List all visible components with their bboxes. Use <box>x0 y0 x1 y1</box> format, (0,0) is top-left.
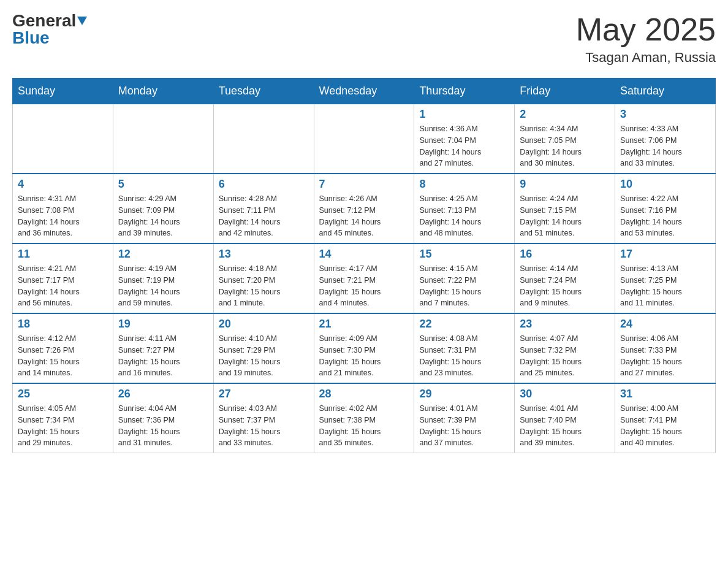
day-info: Sunrise: 4:03 AM Sunset: 7:37 PM Dayligh… <box>219 403 309 449</box>
day-info: Sunrise: 4:25 AM Sunset: 7:13 PM Dayligh… <box>419 193 509 239</box>
calendar-cell: 9Sunrise: 4:24 AM Sunset: 7:15 PM Daylig… <box>515 174 615 243</box>
column-header-thursday: Thursday <box>414 79 515 104</box>
logo-triangle-icon <box>77 17 87 25</box>
column-header-wednesday: Wednesday <box>314 79 414 104</box>
calendar-cell: 2Sunrise: 4:34 AM Sunset: 7:05 PM Daylig… <box>515 104 615 174</box>
calendar-cell <box>314 104 414 174</box>
calendar-week-row: 18Sunrise: 4:12 AM Sunset: 7:26 PM Dayli… <box>13 313 716 383</box>
day-info: Sunrise: 4:28 AM Sunset: 7:11 PM Dayligh… <box>219 193 309 239</box>
day-number: 25 <box>18 388 108 400</box>
day-number: 6 <box>219 178 309 191</box>
day-info: Sunrise: 4:36 AM Sunset: 7:04 PM Dayligh… <box>419 123 509 169</box>
day-number: 15 <box>419 248 509 261</box>
day-number: 2 <box>520 108 610 121</box>
day-number: 14 <box>319 248 409 261</box>
calendar-cell: 26Sunrise: 4:04 AM Sunset: 7:36 PM Dayli… <box>113 383 213 453</box>
calendar-cell: 7Sunrise: 4:26 AM Sunset: 7:12 PM Daylig… <box>314 174 414 243</box>
title-block: May 2025 Tsagan Aman, Russia <box>576 12 716 66</box>
day-number: 26 <box>118 388 208 400</box>
calendar-cell: 30Sunrise: 4:01 AM Sunset: 7:40 PM Dayli… <box>515 383 615 453</box>
calendar-cell: 1Sunrise: 4:36 AM Sunset: 7:04 PM Daylig… <box>414 104 515 174</box>
day-info: Sunrise: 4:14 AM Sunset: 7:24 PM Dayligh… <box>520 263 610 309</box>
column-header-monday: Monday <box>113 79 213 104</box>
calendar-header-row: SundayMondayTuesdayWednesdayThursdayFrid… <box>13 79 716 104</box>
day-info: Sunrise: 4:13 AM Sunset: 7:25 PM Dayligh… <box>620 263 710 309</box>
day-number: 12 <box>118 248 208 261</box>
calendar-cell: 27Sunrise: 4:03 AM Sunset: 7:37 PM Dayli… <box>213 383 314 453</box>
day-info: Sunrise: 4:08 AM Sunset: 7:31 PM Dayligh… <box>419 333 509 379</box>
calendar-cell: 8Sunrise: 4:25 AM Sunset: 7:13 PM Daylig… <box>414 174 515 243</box>
day-info: Sunrise: 4:06 AM Sunset: 7:33 PM Dayligh… <box>620 333 710 379</box>
day-number: 1 <box>419 108 509 121</box>
column-header-tuesday: Tuesday <box>213 79 314 104</box>
calendar-cell <box>213 104 314 174</box>
calendar-cell: 22Sunrise: 4:08 AM Sunset: 7:31 PM Dayli… <box>414 313 515 383</box>
day-info: Sunrise: 4:12 AM Sunset: 7:26 PM Dayligh… <box>18 333 108 379</box>
calendar-cell: 23Sunrise: 4:07 AM Sunset: 7:32 PM Dayli… <box>515 313 615 383</box>
day-number: 5 <box>118 178 208 191</box>
day-number: 4 <box>18 178 108 191</box>
day-info: Sunrise: 4:34 AM Sunset: 7:05 PM Dayligh… <box>520 123 610 169</box>
day-number: 29 <box>419 388 509 400</box>
location-title: Tsagan Aman, Russia <box>576 50 716 66</box>
calendar-table: SundayMondayTuesdayWednesdayThursdayFrid… <box>12 78 716 453</box>
day-info: Sunrise: 4:01 AM Sunset: 7:40 PM Dayligh… <box>520 403 610 449</box>
day-number: 28 <box>319 388 409 400</box>
logo-blue-text: Blue <box>12 29 50 47</box>
calendar-cell: 21Sunrise: 4:09 AM Sunset: 7:30 PM Dayli… <box>314 313 414 383</box>
day-info: Sunrise: 4:00 AM Sunset: 7:41 PM Dayligh… <box>620 403 710 449</box>
day-info: Sunrise: 4:10 AM Sunset: 7:29 PM Dayligh… <box>219 333 309 379</box>
day-number: 24 <box>620 318 710 331</box>
calendar-cell <box>113 104 213 174</box>
day-info: Sunrise: 4:15 AM Sunset: 7:22 PM Dayligh… <box>419 263 509 309</box>
day-info: Sunrise: 4:11 AM Sunset: 7:27 PM Dayligh… <box>118 333 208 379</box>
day-number: 16 <box>520 248 610 261</box>
calendar-cell: 25Sunrise: 4:05 AM Sunset: 7:34 PM Dayli… <box>13 383 113 453</box>
day-number: 10 <box>620 178 710 191</box>
day-number: 20 <box>219 318 309 331</box>
day-number: 27 <box>219 388 309 400</box>
day-number: 31 <box>620 388 710 400</box>
day-number: 30 <box>520 388 610 400</box>
calendar-cell: 6Sunrise: 4:28 AM Sunset: 7:11 PM Daylig… <box>213 174 314 243</box>
calendar-cell <box>13 104 113 174</box>
page-header: General Blue May 2025 Tsagan Aman, Russi… <box>12 12 716 66</box>
calendar-cell: 15Sunrise: 4:15 AM Sunset: 7:22 PM Dayli… <box>414 243 515 313</box>
day-info: Sunrise: 4:22 AM Sunset: 7:16 PM Dayligh… <box>620 193 710 239</box>
logo: General Blue <box>12 12 87 47</box>
day-number: 17 <box>620 248 710 261</box>
calendar-cell: 24Sunrise: 4:06 AM Sunset: 7:33 PM Dayli… <box>615 313 716 383</box>
day-number: 18 <box>18 318 108 331</box>
calendar-cell: 28Sunrise: 4:02 AM Sunset: 7:38 PM Dayli… <box>314 383 414 453</box>
column-header-sunday: Sunday <box>13 79 113 104</box>
calendar-cell: 19Sunrise: 4:11 AM Sunset: 7:27 PM Dayli… <box>113 313 213 383</box>
day-info: Sunrise: 4:02 AM Sunset: 7:38 PM Dayligh… <box>319 403 409 449</box>
day-info: Sunrise: 4:21 AM Sunset: 7:17 PM Dayligh… <box>18 263 108 309</box>
calendar-week-row: 11Sunrise: 4:21 AM Sunset: 7:17 PM Dayli… <box>13 243 716 313</box>
calendar-cell: 3Sunrise: 4:33 AM Sunset: 7:06 PM Daylig… <box>615 104 716 174</box>
month-title: May 2025 <box>576 12 716 47</box>
calendar-week-row: 1Sunrise: 4:36 AM Sunset: 7:04 PM Daylig… <box>13 104 716 174</box>
day-info: Sunrise: 4:19 AM Sunset: 7:19 PM Dayligh… <box>118 263 208 309</box>
day-number: 7 <box>319 178 409 191</box>
calendar-cell: 4Sunrise: 4:31 AM Sunset: 7:08 PM Daylig… <box>13 174 113 243</box>
day-info: Sunrise: 4:09 AM Sunset: 7:30 PM Dayligh… <box>319 333 409 379</box>
day-info: Sunrise: 4:18 AM Sunset: 7:20 PM Dayligh… <box>219 263 309 309</box>
day-number: 11 <box>18 248 108 261</box>
day-number: 8 <box>419 178 509 191</box>
day-info: Sunrise: 4:17 AM Sunset: 7:21 PM Dayligh… <box>319 263 409 309</box>
day-info: Sunrise: 4:24 AM Sunset: 7:15 PM Dayligh… <box>520 193 610 239</box>
calendar-cell: 14Sunrise: 4:17 AM Sunset: 7:21 PM Dayli… <box>314 243 414 313</box>
day-info: Sunrise: 4:01 AM Sunset: 7:39 PM Dayligh… <box>419 403 509 449</box>
day-number: 9 <box>520 178 610 191</box>
column-header-friday: Friday <box>515 79 615 104</box>
calendar-cell: 16Sunrise: 4:14 AM Sunset: 7:24 PM Dayli… <box>515 243 615 313</box>
calendar-week-row: 4Sunrise: 4:31 AM Sunset: 7:08 PM Daylig… <box>13 174 716 243</box>
calendar-cell: 12Sunrise: 4:19 AM Sunset: 7:19 PM Dayli… <box>113 243 213 313</box>
day-number: 22 <box>419 318 509 331</box>
calendar-cell: 11Sunrise: 4:21 AM Sunset: 7:17 PM Dayli… <box>13 243 113 313</box>
column-header-saturday: Saturday <box>615 79 716 104</box>
calendar-cell: 10Sunrise: 4:22 AM Sunset: 7:16 PM Dayli… <box>615 174 716 243</box>
day-number: 3 <box>620 108 710 121</box>
day-number: 21 <box>319 318 409 331</box>
